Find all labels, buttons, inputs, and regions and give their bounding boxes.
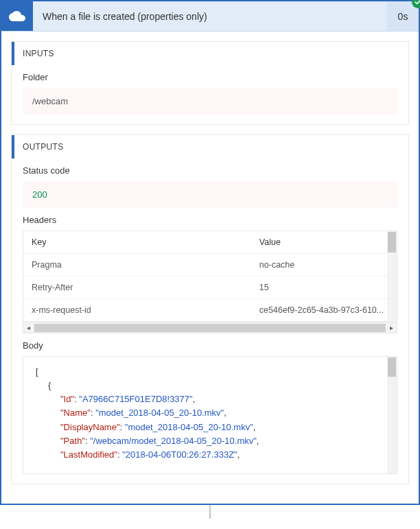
headers-label: Headers [23, 215, 397, 225]
table-row: x-ms-request-idce546ef9-2c65-4a3b-97c3-6… [23, 299, 397, 322]
onedrive-icon [9, 10, 25, 22]
flow-connector-stem [209, 505, 211, 519]
body-json-wrap: [{"Id": "A7966C715F01E7D8!3377","Name": … [23, 356, 397, 474]
status-label: Status code [23, 165, 397, 176]
folder-value: /webcam [23, 88, 397, 115]
trigger-card: When a file is created (properties only)… [0, 0, 420, 505]
hscroll-left-arrow-icon[interactable]: ◂ [23, 324, 34, 331]
onedrive-icon-box [1, 1, 33, 31]
table-row: Retry-After15 [23, 277, 397, 299]
header-cell-value: ce546ef9-2c65-4a3b-97c3-610... [251, 299, 397, 322]
outputs-section: OUTPUTS Status code 200 Headers Key Valu… [11, 134, 409, 484]
header-cell-value: 15 [251, 277, 397, 299]
folder-label: Folder [23, 72, 397, 82]
headers-vscrollbar[interactable] [387, 231, 397, 333]
hscroll-right-arrow-icon[interactable]: ▸ [386, 324, 397, 331]
json-line: "LastModified": "2018-04-06T00:26:27.333… [36, 448, 391, 462]
body-vscrollbar[interactable] [387, 357, 397, 473]
json-line: [ [36, 365, 391, 379]
card-body: INPUTS Folder /webcam OUTPUTS Status cod… [1, 32, 419, 504]
json-line: "DisplayName": "modet_2018-04-05_20-10.m… [36, 421, 391, 434]
json-line: { [36, 379, 391, 392]
check-icon [415, 0, 420, 5]
json-line: "Id": "A7966C715F01E7D8!3377", [36, 392, 391, 406]
headers-vscroll-thumb[interactable] [388, 232, 396, 252]
body-json-content: [{"Id": "A7966C715F01E7D8!3377","Name": … [36, 365, 391, 462]
status-code-value: 200 [23, 181, 397, 208]
headers-table-wrap: Key Value Pragmano-cacheRetry-After15x-m… [23, 231, 397, 333]
headers-table: Key Value Pragmano-cacheRetry-After15x-m… [23, 231, 397, 322]
outputs-section-title: OUTPUTS [12, 135, 408, 158]
inputs-section-title: INPUTS [12, 42, 408, 65]
header-cell-key: x-ms-request-id [23, 299, 251, 322]
header-cell-value: no-cache [251, 254, 397, 277]
card-header[interactable]: When a file is created (properties only)… [1, 1, 419, 32]
hscroll-track[interactable] [34, 324, 386, 332]
header-col-key: Key [23, 231, 251, 254]
card-title: When a file is created (properties only) [33, 1, 387, 31]
inputs-section: INPUTS Folder /webcam [11, 41, 409, 125]
json-line: "Name": "modet_2018-04-05_20-10.mkv", [36, 406, 391, 420]
header-cell-key: Pragma [23, 254, 251, 277]
json-line: "Path": "/webcam/modet_2018-04-05_20-10.… [36, 434, 391, 448]
header-cell-key: Retry-After [23, 277, 251, 299]
header-col-value: Value [251, 231, 397, 254]
body-label: Body [23, 340, 397, 351]
body-vscroll-thumb[interactable] [388, 357, 396, 377]
headers-hscrollbar[interactable]: ◂ ▸ [23, 322, 397, 333]
table-row: Pragmano-cache [23, 254, 397, 277]
